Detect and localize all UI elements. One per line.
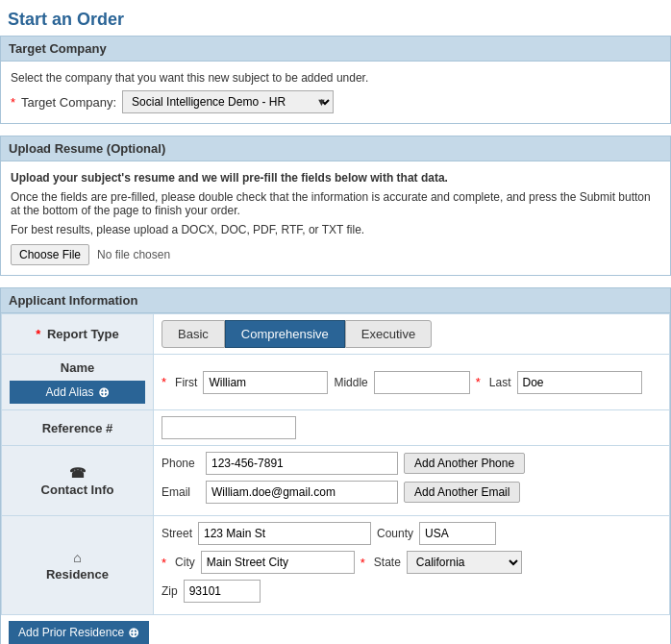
applicant-form-table: * Report Type Basic Comprehensive Execut…	[1, 313, 670, 615]
residence-row: ⌂ Residence Street County * Ci	[2, 516, 670, 615]
required-star-report: *	[36, 327, 40, 341]
report-type-label: Report Type	[47, 327, 119, 341]
add-alias-plus-icon: ⊕	[98, 384, 110, 400]
required-star-city: *	[162, 556, 166, 570]
reference-input[interactable]	[162, 416, 296, 439]
target-company-label: Target Company:	[21, 95, 116, 110]
name-label-cell: Name Add Alias ⊕	[2, 355, 154, 410]
reference-content-cell	[154, 410, 670, 446]
reference-row: Reference #	[2, 410, 670, 446]
report-type-label-cell: * Report Type	[2, 314, 154, 355]
county-label: County	[377, 527, 413, 540]
add-prior-residence-row: Add Prior Residence ⊕	[1, 615, 670, 644]
county-input[interactable]	[419, 522, 496, 545]
house-icon: ⌂	[73, 550, 81, 565]
email-input[interactable]	[206, 481, 398, 504]
required-star-last: *	[476, 375, 481, 389]
report-type-button-group: Basic Comprehensive Executive	[162, 320, 661, 348]
applicant-info-body: * Report Type Basic Comprehensive Execut…	[0, 313, 671, 644]
applicant-info-header: Applicant Information	[0, 287, 671, 313]
report-type-row: * Report Type Basic Comprehensive Execut…	[2, 314, 670, 355]
name-content-cell: * First Middle * Last	[154, 355, 670, 410]
zip-input[interactable]	[184, 580, 261, 603]
name-label-icon-row: Name Add Alias ⊕	[10, 360, 145, 404]
state-label: State	[374, 556, 401, 569]
report-btn-basic[interactable]: Basic	[162, 320, 225, 348]
email-row: Email Add Another Email	[162, 481, 661, 504]
target-company-description: Select the company that you want this ne…	[11, 71, 660, 85]
add-prior-residence-label: Add Prior Residence	[18, 626, 124, 639]
target-company-body: Select the company that you want this ne…	[0, 62, 671, 124]
residence-label-cell: ⌂ Residence	[2, 516, 154, 615]
contact-info-content-cell: Phone Add Another Phone Email Add Anothe…	[154, 446, 670, 516]
phone-icon: ☎	[69, 465, 86, 481]
name-fields-row: * First Middle * Last	[162, 371, 661, 394]
contact-info-label-icon-row: ☎ Contact Info	[10, 465, 145, 497]
residence-content-cell: Street County * City * State AlabamaAlas…	[154, 516, 670, 615]
target-company-header: Target Company	[0, 36, 671, 62]
add-alias-label: Add Alias	[45, 385, 93, 399]
email-label: Email	[162, 485, 200, 499]
add-another-phone-button[interactable]: Add Another Phone	[404, 453, 525, 474]
upload-resume-line2: For best results, please upload a DOCX, …	[11, 223, 660, 236]
file-input-row: Choose File No file chosen	[11, 244, 660, 265]
upload-resume-header: Upload Resume (Optional)	[0, 136, 671, 161]
report-btn-executive[interactable]: Executive	[345, 320, 432, 348]
reference-label-cell: Reference #	[2, 410, 154, 446]
reference-label: Reference #	[42, 421, 113, 435]
phone-label: Phone	[162, 457, 200, 470]
zip-row: Zip	[162, 580, 661, 603]
name-label: Name	[61, 360, 94, 375]
state-select[interactable]: AlabamaAlaskaArizonaArkansasCaliforniaCo…	[407, 551, 522, 574]
street-county-row: Street County	[162, 522, 661, 545]
first-name-label: First	[175, 376, 197, 389]
middle-name-input[interactable]	[374, 371, 470, 394]
required-star-state: *	[360, 556, 365, 570]
name-row: Name Add Alias ⊕ * First Middle	[2, 355, 670, 410]
phone-input[interactable]	[206, 452, 398, 475]
no-file-label: No file chosen	[97, 248, 170, 261]
required-star-company: *	[11, 95, 15, 110]
residence-label-icon-row: ⌂ Residence	[10, 550, 145, 582]
page-title: Start an Order	[0, 0, 671, 36]
first-name-input[interactable]	[203, 371, 328, 394]
city-state-row: * City * State AlabamaAlaskaArizonaArkan…	[162, 551, 661, 574]
report-type-content-cell: Basic Comprehensive Executive	[154, 314, 670, 355]
middle-name-label: Middle	[334, 376, 367, 389]
residence-label: Residence	[46, 567, 109, 582]
phone-row: Phone Add Another Phone	[162, 452, 661, 475]
add-prior-plus-icon: ⊕	[128, 625, 139, 640]
upload-resume-body: Upload your subject's resume and we will…	[0, 161, 671, 276]
upload-resume-bold-text: Upload your subject's resume and we will…	[11, 171, 660, 185]
add-prior-residence-button[interactable]: Add Prior Residence ⊕	[9, 621, 149, 644]
zip-label: Zip	[162, 584, 178, 598]
add-alias-button[interactable]: Add Alias ⊕	[10, 381, 145, 404]
last-name-input[interactable]	[517, 371, 642, 394]
add-another-email-button[interactable]: Add Another Email	[404, 482, 520, 503]
report-btn-comprehensive[interactable]: Comprehensive	[225, 320, 345, 348]
city-input[interactable]	[201, 551, 355, 574]
city-label: City	[175, 556, 195, 569]
street-input[interactable]	[198, 522, 371, 545]
choose-file-button[interactable]: Choose File	[11, 244, 89, 265]
contact-info-label-cell: ☎ Contact Info	[2, 446, 154, 516]
contact-info-row: ☎ Contact Info Phone Add Another Phone E…	[2, 446, 670, 516]
target-company-select[interactable]: Social Intelligence Demo - HRSocial Inte…	[122, 90, 334, 113]
upload-resume-line1: Once the fields are pre-filled, please d…	[11, 190, 660, 217]
street-label: Street	[162, 527, 192, 540]
required-star-first: *	[162, 375, 166, 389]
contact-info-label: Contact Info	[41, 483, 114, 497]
last-name-label: Last	[489, 376, 511, 389]
